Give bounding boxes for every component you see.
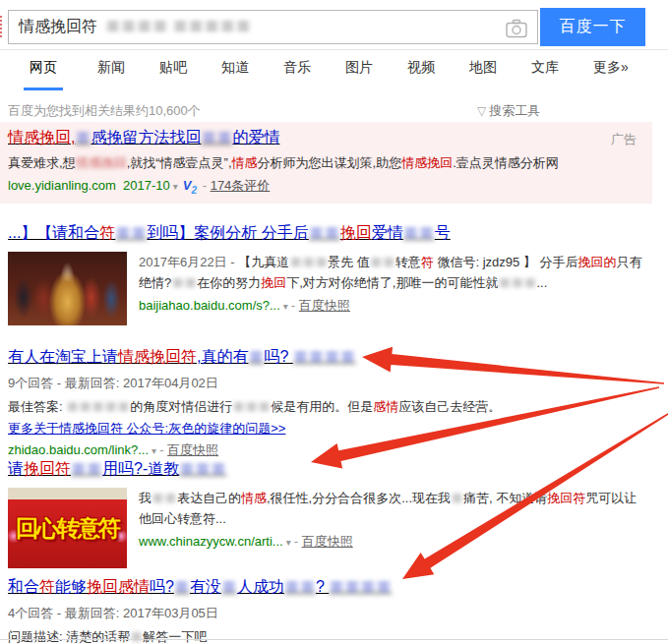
search-tools-label: 搜索工具 xyxy=(489,103,540,118)
ad-url: love.yidianling.com 2017-10 xyxy=(8,178,170,193)
tab-item[interactable]: 图片 xyxy=(345,59,373,90)
answer-meta: 9个回答 - 最新回答: 2017年04月02日 xyxy=(8,375,652,392)
tab-item[interactable]: 视频 xyxy=(407,59,435,90)
v2-badge-icon[interactable]: V2 xyxy=(183,178,197,193)
search-query-text: 情感挽回符 xyxy=(19,17,97,37)
ad-badge: 广告 xyxy=(611,131,637,148)
result-url: zhidao.baidu.com/link?... xyxy=(8,442,149,457)
result-title-link[interactable]: 和合符能够挽回感情吗?〓有没〓人成功〓〓? 〓〓〓〓 xyxy=(8,576,583,598)
result-description: 最佳答案: 〓〓〓〓〓的角度对情侣进行〓〓〓候是有用的。但是感情应该自己去经营。 xyxy=(8,396,652,417)
result-url: baijiahao.baidu.com/s?... xyxy=(139,298,280,313)
url-dropdown-caret-icon[interactable]: ▾ xyxy=(173,181,178,192)
ad-url-line: love.yidianling.com 2017-10▾V2 - 174条评价 xyxy=(8,177,652,196)
left-edge-artifact xyxy=(0,16,2,37)
funnel-icon: ▽ xyxy=(477,104,486,118)
results-count: 百度为您找到相关结果约10,600个 xyxy=(8,102,201,120)
tab-item[interactable]: 网页 xyxy=(24,59,63,90)
result-item-2: ...】【请和合符〓〓到吗】案例分析 分手后〓〓挽回爱情〓〓号 2017年6月2… xyxy=(0,222,652,325)
ad-description: 真爱难求,想情感挽回,就找“情感壹点灵”,情感分析师为您出谋划策,助您情感挽回.… xyxy=(8,152,612,173)
tab-item[interactable]: 地图 xyxy=(469,59,497,90)
tab-bar: 网页新闻贴吧知道音乐图片视频地图文库更多» xyxy=(30,59,629,90)
baidu-serp-page: 情感挽回符 〓〓〓〓 〓〓〓〓〓 百度一下 网页新闻贴吧知道音乐图片视频地图文库… xyxy=(0,0,668,644)
result-title-link[interactable]: 有人在淘宝上请情感挽回符,真的有〓吗? 〓〓〓〓 xyxy=(8,346,583,368)
tab-item[interactable]: 新闻 xyxy=(97,59,125,90)
result-description: 我〓〓表达自己的情感,很任性,分分合合很多次...现在我〓痛苦, 不知道请挽回符… xyxy=(139,488,646,529)
result-url-line: zhidao.baidu.com/link?...▾- 百度快照 xyxy=(8,441,652,459)
snapshot-link[interactable]: 百度快照 xyxy=(302,534,353,549)
result-url-line: www.chinazyycw.cn/arti...▾- 百度快照 xyxy=(139,533,646,551)
result-item-5: 和合符能够挽回感情吗?〓有没〓人成功〓〓? 〓〓〓〓 4个回答 - 最新回答: … xyxy=(0,576,652,644)
result-description: 问题描述: 清楚的话帮〓解答一下吧 xyxy=(8,626,652,644)
search-query-censored: 〓〓〓〓 〓〓〓〓〓 xyxy=(105,17,251,37)
url-dropdown-caret-icon[interactable]: ▾ xyxy=(286,537,291,548)
tab-item[interactable]: 知道 xyxy=(221,59,249,90)
snapshot-link[interactable]: 百度快照 xyxy=(167,442,218,457)
ad-title-link[interactable]: 情感挽回,〓感挽留方法找回〓〓的爱情 xyxy=(8,127,583,148)
result-title-link[interactable]: 请挽回符〓〓用吗?-道教〓〓〓 xyxy=(8,458,583,480)
bottom-divider xyxy=(0,639,668,640)
result-url: www.chinazyycw.cn/arti... xyxy=(139,534,283,549)
baidu-search-button[interactable]: 百度一下 xyxy=(540,8,645,46)
tab-item[interactable]: 文库 xyxy=(531,59,559,90)
url-dropdown-caret-icon[interactable]: ▾ xyxy=(152,445,156,456)
result-item-3: 有人在淘宝上请情感挽回符,真的有〓吗? 〓〓〓〓 9个回答 - 最新回答: 20… xyxy=(0,346,652,459)
result-url-line: baijiahao.baidu.com/s?...▾- 百度快照 xyxy=(139,297,646,315)
url-dropdown-caret-icon[interactable]: ▾ xyxy=(283,301,288,312)
result-title-link[interactable]: ...】【请和合符〓〓到吗】案例分析 分手后〓〓挽回爱情〓〓号 xyxy=(8,222,583,244)
result-description: 2017年6月22日 - 【九真道〓〓〓景先 值〓〓转意符 微信号: jzdz9… xyxy=(139,252,646,293)
result-thumbnail-charm[interactable]: 回心转意符 xyxy=(8,488,127,568)
tab-item[interactable]: 音乐 xyxy=(283,59,311,90)
camera-icon[interactable] xyxy=(506,19,527,42)
answer-meta: 4个回答 - 最新回答: 2017年03月05日 xyxy=(8,605,652,622)
ad-result: 情感挽回,〓感挽留方法找回〓〓的爱情 广告 真爱难求,想情感挽回,就找“情感壹点… xyxy=(0,122,652,204)
result-thumbnail-ceremony[interactable] xyxy=(8,252,127,325)
tab-item[interactable]: 更多» xyxy=(593,59,629,90)
tab-item[interactable]: 贴吧 xyxy=(159,59,187,90)
thumbnail-caption: 回心转意符 xyxy=(16,513,119,544)
search-input[interactable]: 情感挽回符 〓〓〓〓 〓〓〓〓〓 xyxy=(8,10,538,44)
snapshot-link[interactable]: 百度快照 xyxy=(299,298,350,313)
rating-link[interactable]: 174条评价 xyxy=(211,178,271,193)
more-results-link[interactable]: 更多关于情感挽回符 公众号:灰色的旋律的问题>> xyxy=(8,420,285,438)
result-item-4: 请挽回符〓〓用吗?-道教〓〓〓 回心转意符 我〓〓表达自己的情感,很任性,分分合… xyxy=(0,458,652,568)
search-tools-button[interactable]: ▽搜索工具 xyxy=(477,102,540,120)
tab-divider xyxy=(0,49,668,50)
